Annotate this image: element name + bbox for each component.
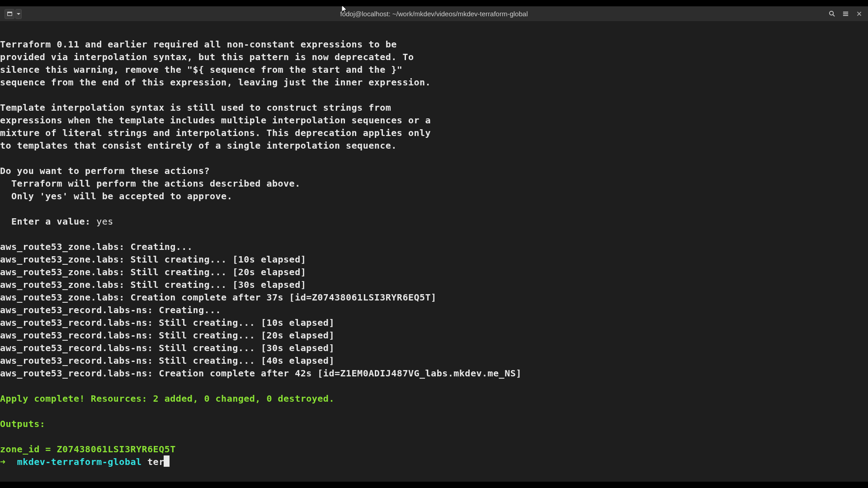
outputs-label: Outputs: [0, 418, 868, 430]
progress-line: aws_route53_record.labs-ns: Still creati… [0, 316, 868, 329]
output-text: silence this warning, remove the "${ seq… [0, 63, 868, 76]
svg-rect-6 [843, 15, 848, 16]
svg-rect-4 [843, 12, 848, 13]
progress-line: aws_route53_zone.labs: Still creating...… [0, 278, 868, 291]
search-icon [829, 10, 835, 17]
svg-line-3 [833, 14, 835, 16]
output-text: provided via interpolation syntax, but t… [0, 51, 868, 63]
progress-line: aws_route53_zone.labs: Still creating...… [0, 253, 868, 266]
progress-line: aws_route53_zone.labs: Still creating...… [0, 266, 868, 278]
menu-button[interactable] [840, 9, 851, 19]
shell-prompt[interactable]: ➜ mkdev-terraform-global ter [0, 455, 868, 468]
progress-line: aws_route53_record.labs-ns: Creating... [0, 304, 868, 316]
progress-line: aws_route53_record.labs-ns: Still creati… [0, 354, 868, 367]
output-text: expressions when the template includes m… [0, 114, 868, 127]
enter-value-line: Enter a value: yes [0, 215, 868, 228]
output-text: Template interpolation syntax is still u… [0, 101, 868, 114]
toolbar-left-group [5, 9, 22, 19]
progress-line: aws_route53_zone.labs: Creation complete… [0, 291, 868, 304]
prompt-directory: mkdev-terraform-global [17, 455, 147, 468]
window-title: fodoj@localhost: ~/work/mkdev/videos/mkd… [340, 9, 528, 19]
chevron-down-icon [17, 12, 20, 16]
confirm-prompt: Do you want to perform these actions? [0, 164, 868, 177]
enter-label: Enter a value: [0, 216, 96, 227]
output-text: to templates that consist entirely of a … [0, 139, 868, 152]
output-zone-id: zone_id = Z07438061LSI3RYR6EQ5T [0, 443, 868, 455]
window-toolbar: fodoj@localhost: ~/work/mkdev/videos/mkd… [0, 6, 868, 22]
output-text: sequence from the end of this expression… [0, 76, 868, 89]
progress-line: aws_route53_record.labs-ns: Still creati… [0, 342, 868, 354]
svg-rect-1 [7, 12, 12, 13]
progress-line: aws_route53_zone.labs: Creating... [0, 240, 868, 253]
output-text: mixture of literal strings and interpola… [0, 127, 868, 139]
confirm-info: Terraform will perform the actions descr… [0, 177, 868, 190]
svg-rect-5 [843, 14, 848, 14]
prompt-arrow: ➜ [0, 455, 17, 468]
terminal-output[interactable]: Terraform 0.11 and earlier required all … [0, 22, 868, 488]
search-button[interactable] [826, 9, 837, 19]
enter-value: yes [96, 216, 113, 227]
svg-point-2 [829, 11, 833, 15]
progress-line: aws_route53_record.labs-ns: Still creati… [0, 329, 868, 342]
confirm-info: Only 'yes' will be accepted to approve. [0, 190, 868, 202]
progress-line: aws_route53_record.labs-ns: Creation com… [0, 367, 868, 380]
hamburger-icon [842, 10, 849, 17]
output-text: Terraform 0.11 and earlier required all … [0, 38, 868, 51]
cursor-block [164, 455, 170, 467]
new-tab-dropdown[interactable] [15, 9, 22, 19]
prompt-input: ter [147, 455, 165, 468]
new-tab-icon [7, 11, 13, 17]
close-button[interactable] [854, 9, 864, 19]
new-tab-button[interactable] [5, 9, 14, 19]
close-icon [856, 11, 862, 17]
toolbar-right-group [826, 9, 864, 19]
apply-complete: Apply complete! Resources: 2 added, 0 ch… [0, 392, 868, 405]
